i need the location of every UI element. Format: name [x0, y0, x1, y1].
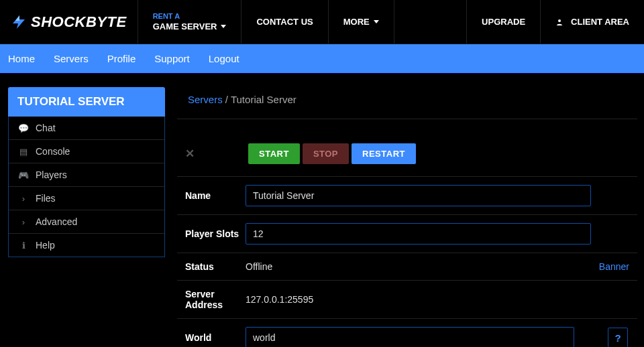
svg-point-2 [558, 19, 561, 22]
brand-text: SHOCKBYTE [31, 13, 127, 31]
input-name[interactable] [246, 185, 591, 206]
breadcrumb-sep: / [223, 94, 231, 105]
nav-client-area[interactable]: CLIENT AREA [540, 0, 644, 44]
subnav-servers[interactable]: Servers [54, 53, 89, 64]
subnav-home[interactable]: Home [8, 53, 35, 64]
nav-client-area-label: CLIENT AREA [571, 17, 629, 27]
content: Servers / Tutorial Server ✕ START STOP R… [177, 87, 644, 347]
console-icon: ▤ [18, 147, 29, 157]
sidebar-item-label: Help [36, 240, 55, 251]
sidebar-item-help[interactable]: ℹ Help [9, 234, 164, 257]
help-button[interactable]: ? [608, 328, 628, 347]
input-player-slots[interactable] [246, 223, 591, 245]
subnav-support[interactable]: Support [154, 53, 190, 64]
sidebar-title: TUTORIAL SERVER [8, 87, 165, 117]
brand-logo[interactable]: SHOCKBYTE [0, 0, 138, 44]
players-icon: 🎮 [18, 170, 29, 180]
caret-down-icon [221, 25, 226, 28]
sidebar-item-label: Console [36, 146, 70, 157]
label-name: Name [185, 190, 246, 201]
info-icon: ℹ [18, 240, 29, 251]
subnav-logout[interactable]: Logout [209, 53, 239, 64]
label-server-address: Server Address [185, 289, 246, 310]
row-world: World ? [177, 319, 637, 347]
chat-icon: 💬 [18, 123, 29, 133]
row-name: Name [177, 177, 637, 215]
sidebar-item-label: Files [36, 193, 56, 204]
top-nav-left: RENT A GAME SERVER CONTACT US MORE [138, 0, 394, 44]
row-server-address: Server Address 127.0.0.1:25595 [177, 281, 637, 319]
sidebar-list: 💬 Chat ▤ Console 🎮 Players › Files › Adv… [8, 117, 165, 257]
label-status: Status [185, 261, 246, 272]
nav-contact-label: CONTACT US [256, 17, 313, 27]
sidebar-item-label: Advanced [36, 216, 77, 227]
top-nav-right: UPGRADE CLIENT AREA [466, 0, 644, 44]
sidebar-item-files[interactable]: › Files [9, 187, 164, 210]
lightning-bolt-icon [11, 14, 27, 30]
nav-upgrade[interactable]: UPGRADE [466, 0, 540, 44]
banner-link[interactable]: Banner [599, 261, 629, 272]
nav-upgrade-label: UPGRADE [482, 17, 525, 27]
nav-spacer [394, 0, 466, 44]
control-row: ✕ START STOP RESTART [177, 138, 637, 177]
nav-rent-small: RENT A [153, 12, 227, 20]
row-status: Status Offline Banner [177, 253, 637, 281]
caret-down-icon [374, 20, 379, 23]
nav-contact-us[interactable]: CONTACT US [241, 0, 328, 44]
label-player-slots: Player Slots [185, 228, 246, 239]
nav-rent-game-server[interactable]: RENT A GAME SERVER [138, 0, 242, 44]
input-world[interactable] [246, 327, 574, 347]
sub-navbar: Home Servers Profile Support Logout [0, 44, 644, 74]
sidebar-item-players[interactable]: 🎮 Players [9, 163, 164, 187]
label-world: World [185, 332, 246, 343]
start-button[interactable]: START [248, 143, 300, 164]
nav-more-label: MORE [343, 17, 370, 27]
top-navbar: SHOCKBYTE RENT A GAME SERVER CONTACT US … [0, 0, 644, 44]
value-server-address: 127.0.0.1:25595 [246, 294, 629, 305]
sidebar-item-label: Chat [36, 123, 56, 133]
chevron-right-icon: › [18, 217, 29, 227]
server-panel: ✕ START STOP RESTART Name Player Slots S… [177, 138, 637, 347]
nav-more[interactable]: MORE [329, 0, 394, 44]
main-area: TUTORIAL SERVER 💬 Chat ▤ Console 🎮 Playe… [0, 74, 644, 347]
breadcrumb-servers-link[interactable]: Servers [188, 94, 223, 105]
user-icon [555, 18, 564, 26]
breadcrumb-current: Tutorial Server [231, 94, 297, 105]
subnav-profile[interactable]: Profile [107, 53, 136, 64]
stop-button[interactable]: STOP [303, 143, 349, 164]
sidebar-item-console[interactable]: ▤ Console [9, 140, 164, 163]
breadcrumb: Servers / Tutorial Server [177, 87, 637, 119]
restart-button[interactable]: RESTART [352, 143, 416, 164]
row-player-slots: Player Slots [177, 215, 637, 253]
sidebar-item-label: Players [36, 169, 67, 180]
chevron-right-icon: › [18, 194, 29, 204]
nav-rent-main: GAME SERVER [153, 21, 217, 31]
close-icon[interactable]: ✕ [185, 147, 195, 161]
sidebar: TUTORIAL SERVER 💬 Chat ▤ Console 🎮 Playe… [8, 87, 165, 347]
value-status: Offline [246, 261, 599, 272]
sidebar-item-advanced[interactable]: › Advanced [9, 210, 164, 234]
sidebar-item-chat[interactable]: 💬 Chat [9, 117, 164, 140]
